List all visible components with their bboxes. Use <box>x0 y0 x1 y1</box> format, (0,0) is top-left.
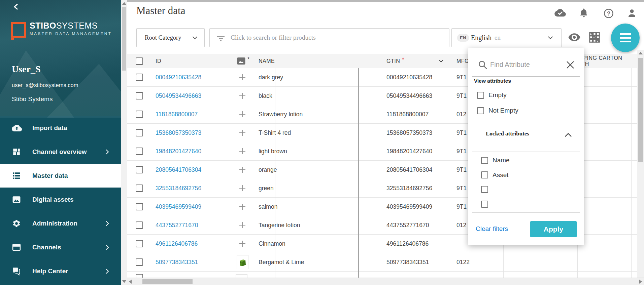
row-checkbox[interactable] <box>136 124 143 142</box>
column-header-id[interactable]: ID <box>156 54 161 68</box>
language-dropdown[interactable]: EN English en <box>451 28 562 47</box>
product-id-link[interactable]: 40395469599409 <box>156 203 201 210</box>
row-checkbox[interactable] <box>136 87 143 105</box>
sidebar-item-channels[interactable]: Channels <box>0 235 121 259</box>
root-category-dropdown[interactable]: Root Category <box>136 28 205 47</box>
row-checkbox[interactable] <box>136 235 143 253</box>
checkbox-label: Empty <box>488 91 507 99</box>
product-id-link[interactable]: 4961126406786 <box>156 240 198 247</box>
checkbox[interactable] <box>481 157 488 164</box>
scroll-left-icon[interactable] <box>129 280 132 284</box>
sidebar-item-help-center[interactable]: Help Center <box>0 259 121 283</box>
sidebar-scrollbar[interactable] <box>121 0 127 285</box>
main-menu-fab[interactable] <box>611 24 640 52</box>
product-id-link[interactable]: 00049210635428 <box>156 74 201 81</box>
add-image-icon[interactable] <box>238 110 246 118</box>
add-image-icon[interactable] <box>238 184 246 192</box>
column-header-mfg[interactable]: MFG <box>456 54 469 68</box>
logo-brand-bold: STIBO <box>30 21 56 30</box>
checkbox[interactable] <box>477 92 484 99</box>
row-checkbox[interactable] <box>136 274 143 278</box>
product-name-cell: Cinnamon <box>259 235 285 253</box>
help-icon[interactable]: ? <box>603 8 614 19</box>
row-checkbox[interactable] <box>136 142 143 160</box>
scrollbar-thumb[interactable] <box>122 7 126 71</box>
filter-option-unlabeled[interactable] <box>481 186 488 193</box>
add-image-icon[interactable] <box>238 221 246 229</box>
scroll-up-icon[interactable] <box>122 2 126 5</box>
add-image-icon[interactable] <box>238 147 246 155</box>
eye-icon[interactable] <box>568 32 581 44</box>
scroll-down-icon[interactable] <box>122 280 126 283</box>
sidebar-item-administration[interactable]: Administration <box>0 211 121 235</box>
filter-option-empty[interactable]: Empty <box>477 91 507 99</box>
row-checkbox[interactable] <box>136 68 143 86</box>
select-all-checkbox[interactable] <box>136 54 143 68</box>
filter-option-asset[interactable]: Asset <box>481 171 509 179</box>
bell-icon[interactable] <box>579 7 589 18</box>
product-name-cell: salmon <box>259 198 277 216</box>
svg-text:?: ? <box>607 10 611 17</box>
row-checkbox[interactable] <box>136 179 143 197</box>
product-id-link[interactable]: 20805641706304 <box>156 166 201 173</box>
product-id-link[interactable]: 1181868800007 <box>156 111 198 118</box>
add-image-icon[interactable] <box>238 73 246 81</box>
scroll-right-icon[interactable] <box>639 280 642 284</box>
filter-option-name[interactable]: Name <box>481 157 510 164</box>
product-image-thumbnail[interactable] <box>237 255 248 269</box>
table-horizontal-scrollbar[interactable] <box>127 278 644 285</box>
sidebar-item-digital-assets[interactable]: Digital assets <box>0 188 121 211</box>
user-icon[interactable] <box>627 8 638 18</box>
column-divider <box>275 68 275 278</box>
row-checkbox[interactable] <box>136 161 143 179</box>
checkbox[interactable] <box>481 186 488 193</box>
product-id-link[interactable]: 15368057350373 <box>156 129 201 136</box>
find-attribute-input[interactable]: Find Attribute <box>472 53 580 77</box>
checkbox[interactable] <box>481 171 488 178</box>
checkbox[interactable] <box>481 201 488 208</box>
row-checkbox[interactable] <box>136 198 143 216</box>
scroll-up-icon[interactable] <box>639 52 643 54</box>
sidebar-collapse-icon[interactable] <box>12 3 20 11</box>
scrollbar-thumb[interactable] <box>638 58 643 162</box>
language-name: English <box>471 34 492 42</box>
filter-option-unlabeled[interactable] <box>481 201 488 208</box>
product-name-cell: orange <box>259 161 277 179</box>
product-gtin-cell: 1181868800007 <box>386 105 429 123</box>
row-checkbox[interactable] <box>136 253 143 271</box>
table-vertical-scrollbar[interactable] <box>637 50 644 278</box>
add-image-icon[interactable] <box>238 166 246 174</box>
add-image-icon[interactable] <box>238 203 246 211</box>
product-search-input[interactable]: Click to search or filter products <box>209 28 449 47</box>
product-id-link[interactable]: 32553184692756 <box>156 185 201 192</box>
column-header-gtin[interactable]: GTIN* <box>386 54 404 68</box>
product-id-link[interactable]: 05049534496663 <box>156 92 201 99</box>
checkbox[interactable] <box>477 107 484 114</box>
user-email: user_s@stibosystems.com <box>12 82 78 88</box>
product-image-thumbnail[interactable] <box>236 274 247 278</box>
product-id-link[interactable]: 4437552771670 <box>156 222 198 229</box>
cloud-done-icon[interactable] <box>554 8 565 19</box>
product-id-link[interactable]: 19848201427640 <box>156 148 201 155</box>
grid-off-icon[interactable] <box>588 31 601 44</box>
product-name-cell: green <box>259 179 274 197</box>
add-image-icon[interactable] <box>238 240 246 248</box>
add-image-icon[interactable] <box>238 92 246 100</box>
column-header-image[interactable]: * <box>237 54 250 68</box>
row-checkbox[interactable] <box>136 216 143 234</box>
sort-chevron-icon[interactable] <box>438 58 444 64</box>
product-id-link[interactable]: 5097738343351 <box>156 259 198 266</box>
product-gtin-cell: 5097738343351 <box>386 253 429 271</box>
column-header-name[interactable]: NAME <box>259 54 275 68</box>
sidebar-item-master-data[interactable]: Master data <box>0 164 121 188</box>
add-image-icon[interactable] <box>238 129 246 137</box>
sidebar-item-import-data[interactable]: Import data <box>0 116 121 140</box>
filter-option-not-empty[interactable]: Not Empty <box>477 107 518 114</box>
apply-button[interactable]: Apply <box>530 221 577 237</box>
row-checkbox[interactable] <box>136 105 143 123</box>
clear-filters-link[interactable]: Clear filters <box>476 225 508 233</box>
sidebar-item-channel-overview[interactable]: Channel overview <box>0 140 121 164</box>
chevron-up-icon[interactable] <box>565 132 572 137</box>
scrollbar-thumb[interactable] <box>142 279 193 284</box>
close-icon[interactable] <box>566 60 575 70</box>
